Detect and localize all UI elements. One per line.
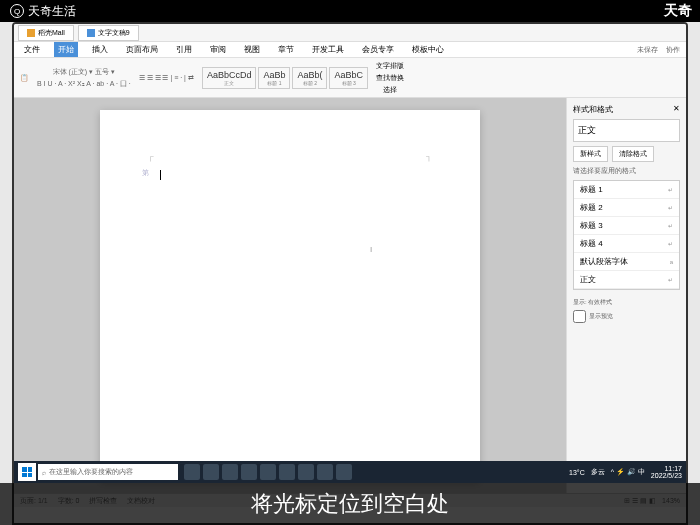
para-group: ☰ ☰ ☰ ☰ | ≡ · | ⇄ [139, 74, 194, 82]
style-item-h3[interactable]: 标题 3↵ [574, 217, 679, 235]
tab-layout[interactable]: 页面布局 [122, 42, 162, 57]
paste-btn[interactable]: 📋 [20, 74, 29, 82]
task-icon[interactable] [222, 464, 238, 480]
style-item-h4[interactable]: 标题 4↵ [574, 235, 679, 253]
page[interactable]: ┌ ┐ 第 I [100, 110, 480, 481]
select-btn[interactable]: 选择 [383, 85, 397, 95]
tab-references[interactable]: 引用 [172, 42, 196, 57]
tab-template[interactable]: 模板中心 [408, 42, 448, 57]
styles-pane: 样式和格式 ✕ 正文 新样式 清除格式 请选择要应用的格式 标题 1↵ 标题 2… [566, 98, 686, 493]
task-icon[interactable] [298, 464, 314, 480]
file-menu[interactable]: 文件 [20, 42, 44, 57]
clock-time[interactable]: 11:17 [651, 465, 682, 472]
clock-date[interactable]: 2022/5/23 [651, 472, 682, 479]
weather-desc[interactable]: 多云 [591, 467, 605, 477]
font-format-btns[interactable]: B I U · A · X² X₂ A · ab · A · 囗 · [37, 79, 131, 89]
close-icon[interactable]: ✕ [673, 104, 680, 115]
style-item-default[interactable]: 默认段落字体a [574, 253, 679, 271]
doc-icon [27, 29, 35, 37]
style-list: 标题 1↵ 标题 2↵ 标题 3↵ 标题 4↵ 默认段落字体a 正文↵ [573, 180, 680, 290]
mouse-cursor-icon: I [370, 245, 372, 254]
para-btns[interactable]: ☰ ☰ ☰ ☰ | ≡ · | ⇄ [139, 74, 194, 82]
tab-dev[interactable]: 开发工具 [308, 42, 348, 57]
tab-vip[interactable]: 会员专享 [358, 42, 398, 57]
tab-sections[interactable]: 章节 [274, 42, 298, 57]
brand-logo: Q 天奇生活 [10, 3, 76, 20]
chevron-icon: ↵ [668, 204, 673, 211]
pane-hint: 请选择要应用的格式 [573, 166, 680, 176]
doc-icon [87, 29, 95, 37]
style-h1[interactable]: AaBb标题 1 [258, 67, 290, 89]
show-filter[interactable]: 显示: 有效样式 [573, 298, 680, 307]
style-item-h1[interactable]: 标题 1↵ [574, 181, 679, 199]
tab-home[interactable]: 开始 [54, 42, 78, 57]
editing-group: 文字排版 查找替换 选择 [376, 61, 404, 95]
brand-text: 天奇生活 [28, 3, 76, 20]
monitor-frame: 稻壳Mall 文字文稿9 文件 开始 插入 页面布局 引用 审阅 视图 章节 开… [12, 22, 688, 525]
weather-temp[interactable]: 13°C [569, 469, 585, 476]
chevron-icon: a [670, 259, 673, 265]
find-replace-btn[interactable]: 查找替换 [376, 73, 404, 83]
task-icon[interactable] [241, 464, 257, 480]
current-style[interactable]: 正文 [573, 119, 680, 142]
clipboard-group: 📋 [20, 74, 29, 82]
styles-gallery[interactable]: AaBbCcDd正文 AaBb标题 1 AaBb(标题 2 AaBbC标题 3 [202, 67, 368, 89]
start-button[interactable] [18, 463, 36, 481]
task-icon[interactable] [336, 464, 352, 480]
chevron-icon: ↵ [668, 240, 673, 247]
clear-format-btn[interactable]: 清除格式 [612, 146, 654, 162]
style-item-h2[interactable]: 标题 2↵ [574, 199, 679, 217]
save-status[interactable]: 未保存 [637, 45, 658, 55]
tab-view[interactable]: 视图 [240, 42, 264, 57]
page-label: 第 [142, 168, 149, 178]
page-corner-tl: ┌ [148, 152, 154, 161]
tab-review[interactable]: 审阅 [206, 42, 230, 57]
task-icon[interactable] [184, 464, 200, 480]
font-selector[interactable]: 宋体 (正文) ▾ 五号 ▾ [53, 67, 115, 77]
tab-insert[interactable]: 插入 [88, 42, 112, 57]
taskbar: ⌕ 在这里输入你要搜索的内容 13°C 多云 ^ ⚡ 🔊 中 11:17 202… [14, 461, 686, 483]
task-icon[interactable] [317, 464, 333, 480]
text-cursor [160, 170, 161, 180]
document-canvas[interactable]: ┌ ┐ 第 I [14, 98, 566, 493]
task-icon[interactable] [260, 464, 276, 480]
doc-tab-active[interactable]: 文字文稿9 [78, 25, 139, 41]
logo-icon: Q [10, 4, 24, 18]
preview-checkbox[interactable] [573, 310, 586, 323]
taskbar-search[interactable]: ⌕ 在这里输入你要搜索的内容 [38, 464, 178, 480]
collab-btn[interactable]: 协作 [666, 45, 680, 55]
chevron-icon: ↵ [668, 276, 673, 283]
page-corner-tr: ┐ [426, 152, 432, 161]
doc-tab-mall[interactable]: 稻壳Mall [18, 25, 74, 41]
windows-icon [22, 467, 32, 477]
style-h2[interactable]: AaBb(标题 2 [292, 67, 327, 89]
ribbon-tabs: 文件 开始 插入 页面布局 引用 审阅 视图 章节 开发工具 会员专享 模板中心… [14, 42, 686, 58]
text-layout-btn[interactable]: 文字排版 [376, 61, 404, 71]
pane-title: 样式和格式 [573, 104, 613, 115]
video-subtitle: 将光标定位到空白处 [0, 483, 700, 525]
new-style-btn[interactable]: 新样式 [573, 146, 608, 162]
ribbon-toolbar: 📋 宋体 (正文) ▾ 五号 ▾ B I U · A · X² X₂ A · a… [14, 58, 686, 98]
app-titlebar: 稻壳Mall 文字文稿9 [14, 24, 686, 42]
tray-icons[interactable]: ^ ⚡ 🔊 中 [611, 467, 645, 477]
style-h3[interactable]: AaBbC标题 3 [329, 67, 368, 89]
style-item-body[interactable]: 正文↵ [574, 271, 679, 289]
font-group: 宋体 (正文) ▾ 五号 ▾ B I U · A · X² X₂ A · ab … [37, 67, 131, 89]
watermark-text: 天奇 [664, 2, 692, 20]
search-icon: ⌕ [42, 469, 46, 476]
style-normal[interactable]: AaBbCcDd正文 [202, 67, 257, 89]
task-icon[interactable] [279, 464, 295, 480]
chevron-icon: ↵ [668, 222, 673, 229]
task-icon[interactable] [203, 464, 219, 480]
chevron-icon: ↵ [668, 186, 673, 193]
